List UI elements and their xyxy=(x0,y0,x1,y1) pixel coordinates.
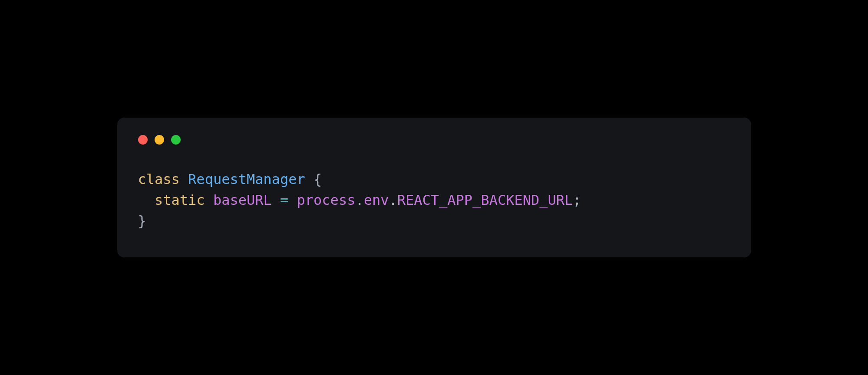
keyword-static: static xyxy=(155,192,205,208)
dot-operator: . xyxy=(389,192,397,208)
window-controls xyxy=(138,135,730,145)
code-window: class RequestManager { static baseURL = … xyxy=(117,118,751,257)
close-brace: } xyxy=(138,213,146,229)
object-process: process xyxy=(297,192,356,208)
open-brace: { xyxy=(314,171,322,188)
semicolon: ; xyxy=(573,192,581,208)
minimize-icon[interactable] xyxy=(155,135,164,145)
equals-operator: = xyxy=(280,192,288,208)
close-icon[interactable] xyxy=(138,135,148,145)
property-name: baseURL xyxy=(213,192,272,208)
code-block: class RequestManager { static baseURL = … xyxy=(138,169,730,231)
object-env: env xyxy=(364,192,389,208)
class-name: RequestManager xyxy=(188,171,305,188)
maximize-icon[interactable] xyxy=(171,135,181,145)
object-envvar: REACT_APP_BACKEND_URL xyxy=(397,192,573,208)
dot-operator: . xyxy=(355,192,363,208)
keyword-class: class xyxy=(138,171,180,188)
